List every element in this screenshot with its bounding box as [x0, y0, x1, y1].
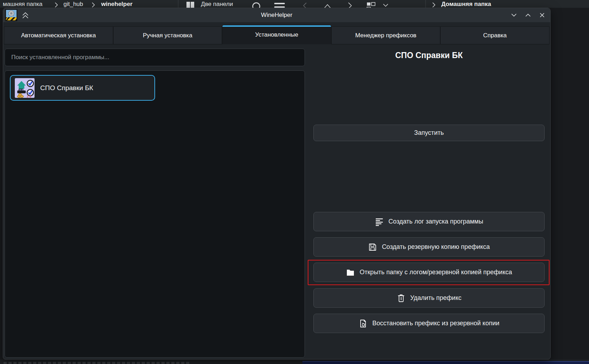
breadcrumb-segment[interactable]: git_hub	[63, 1, 83, 8]
trash-icon	[397, 294, 406, 303]
create-log-button[interactable]: Создать лог запуска программы	[313, 212, 545, 231]
split-view-button[interactable]: Две панели	[201, 1, 233, 8]
svg-text:2 5: 2 5	[27, 95, 31, 98]
breadcrumb-segment-current[interactable]: winehelper	[101, 1, 133, 8]
up-icon[interactable]	[324, 3, 331, 8]
tab-installed[interactable]: Установленные	[222, 25, 331, 44]
tab-help[interactable]: Справка	[440, 26, 550, 44]
breadcrumb-segment[interactable]: машняя папка	[3, 1, 42, 8]
background-file-manager-toolbar: машняя папка git_hub winehelper Две пане…	[0, 0, 589, 8]
delete-prefix-button[interactable]: Удалить префикс	[313, 288, 545, 308]
folder-icon	[346, 268, 355, 277]
winehelper-window: WineHelper Автоматическая установка Ручн…	[3, 8, 551, 359]
statusbar-text-remnant	[4, 362, 190, 364]
installed-programs-list: 2 5 СПО Справки БК	[5, 70, 305, 358]
minimize-icon[interactable]	[511, 12, 517, 18]
view-mode-icon[interactable]	[367, 2, 376, 8]
split-view-icon	[186, 1, 195, 8]
panel-divider	[425, 0, 426, 8]
tabbar: Автоматическая установка Ручная установк…	[3, 22, 550, 44]
delete-prefix-label: Удалить префикс	[410, 294, 461, 302]
chevron-down-icon[interactable]	[383, 3, 388, 7]
floppy-disk-icon	[368, 243, 377, 252]
list-item-spo-spravki[interactable]: 2 5 СПО Справки БК	[10, 75, 155, 101]
close-icon[interactable]	[539, 12, 545, 18]
chevron-right-icon	[431, 1, 436, 8]
screen: { "background": { "breadcrumb_left": ["м…	[0, 0, 589, 364]
background-selection-bar	[302, 361, 589, 364]
open-folder-button[interactable]: Открыть папку с логом/резервной копией п…	[313, 263, 545, 282]
create-backup-button[interactable]: Создать резервную копию префикса	[313, 237, 545, 257]
window-title: WineHelper	[3, 12, 550, 19]
open-folder-label: Открыть папку с логом/резервной копией п…	[360, 269, 512, 276]
hamburger-menu-icon[interactable]	[274, 2, 285, 8]
log-lines-icon	[375, 217, 384, 226]
create-backup-label: Создать резервную копию префикса	[382, 243, 490, 251]
create-log-label: Создать лог запуска программы	[388, 218, 483, 225]
forward-icon[interactable]	[347, 2, 353, 8]
back-icon[interactable]	[302, 2, 308, 8]
chevron-right-icon	[54, 1, 59, 8]
detail-title: СПО Справки БК	[313, 51, 545, 60]
search-input[interactable]	[5, 49, 305, 66]
run-button-label: Запустить	[414, 129, 444, 137]
tab-auto-install[interactable]: Автоматическая установка	[4, 26, 113, 44]
restore-prefix-button[interactable]: Восстановить префикс из резервной копии	[313, 314, 545, 333]
maximize-icon[interactable]	[525, 12, 531, 18]
tab-manual-install[interactable]: Ручная установка	[113, 26, 222, 44]
program-icon: 2 5	[15, 78, 35, 98]
run-button[interactable]: Запустить	[313, 125, 545, 141]
background-statusbar-strip	[0, 359, 589, 364]
chevron-right-icon	[91, 1, 96, 8]
restore-file-icon	[358, 319, 368, 328]
restore-prefix-label: Восстановить префикс из резервной копии	[372, 320, 499, 327]
program-name: СПО Справки БК	[40, 84, 93, 92]
tab-prefix-manager[interactable]: Менеджер префиксов	[331, 26, 441, 44]
breadcrumb-right-panel[interactable]: Домашняя папка	[441, 1, 491, 8]
search-icon[interactable]	[252, 2, 261, 8]
toolbar-divider	[178, 0, 178, 8]
titlebar[interactable]: WineHelper	[3, 8, 550, 22]
